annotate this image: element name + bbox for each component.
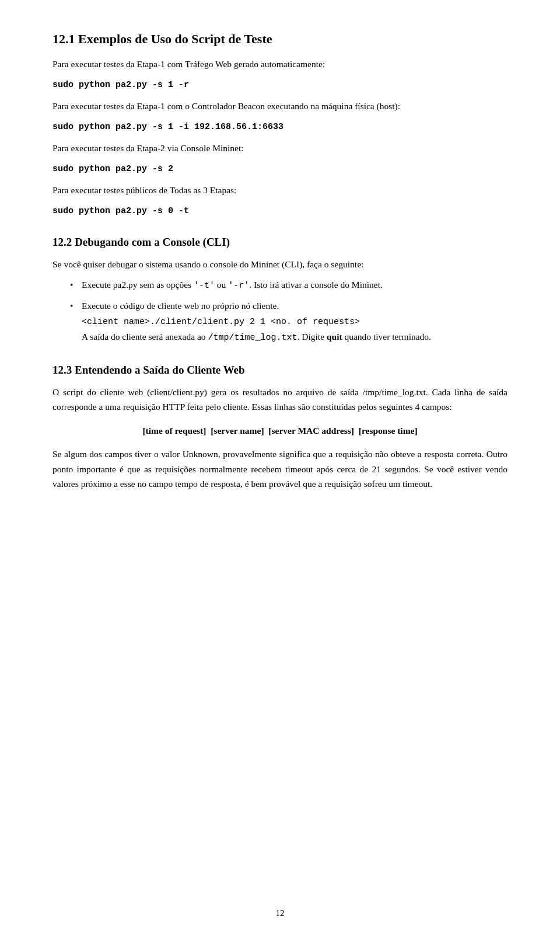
code-block-3: sudo python pa2.py -s 2 xyxy=(52,163,508,176)
section-12-2-para1: Se você quiser debugar o sistema usando … xyxy=(52,257,508,272)
bullet-1-code1: '-t' xyxy=(194,281,215,291)
bullet-1-code2: '-r' xyxy=(228,281,249,291)
section-12-3-para1: O script do cliente web (client/client.p… xyxy=(52,385,508,414)
section-12-1-para2: Para executar testes da Etapa-1 com o Co… xyxy=(52,99,508,114)
field-1: [time of request] xyxy=(142,426,206,436)
bullet-list: Execute pa2.py sem as opções '-t' ou '-r… xyxy=(70,277,508,346)
list-item-2: Execute o código de cliente web no própr… xyxy=(70,298,508,346)
field-4: [response time] xyxy=(359,426,418,436)
section-12-1-para1: Para executar testes da Etapa-1 com Tráf… xyxy=(52,57,508,72)
fields-text: [time of request] [server name] [server … xyxy=(142,426,417,436)
bullet-1-text: Execute pa2.py sem as opções '-t' ou '-r… xyxy=(82,280,383,290)
fields-line: [time of request] [server name] [server … xyxy=(52,424,508,437)
field-3: [server MAC address] xyxy=(268,426,354,436)
bullet-2-bold: quit xyxy=(327,332,342,342)
bullet-2-path: /tmp/time_log.txt xyxy=(208,333,297,343)
code-block-4: sudo python pa2.py -s 0 -t xyxy=(52,205,508,218)
list-item-1: Execute pa2.py sem as opções '-t' ou '-r… xyxy=(70,277,508,294)
bullet-2-code: <client name>./client/client.py 2 1 <no.… xyxy=(82,317,360,327)
section-12-1-para4: Para executar testes públicos de Todas a… xyxy=(52,183,508,198)
bullet-2-text: Execute o código de cliente web no própr… xyxy=(82,301,431,342)
field-2: [server name] xyxy=(211,426,264,436)
code-block-1: sudo python pa2.py -s 1 -r xyxy=(52,79,508,92)
section-12-3-para2: Se algum dos campos tiver o valor Unknow… xyxy=(52,447,508,492)
section-12-3-title: 12.3 Entendendo a Saída do Cliente Web xyxy=(52,362,508,379)
section-12-1-para3: Para executar testes da Etapa-2 via Cons… xyxy=(52,141,508,156)
code-block-2: sudo python pa2.py -s 1 -i 192.168.56.1:… xyxy=(52,121,508,134)
section-12-2-title: 12.2 Debugando com a Console (CLI) xyxy=(52,234,508,251)
section-12-1-title: 12.1 Exemplos de Uso do Script de Teste xyxy=(52,29,508,48)
page-number: 12 xyxy=(276,907,285,920)
page: 12.1 Exemplos de Uso do Script de Teste … xyxy=(0,0,560,937)
